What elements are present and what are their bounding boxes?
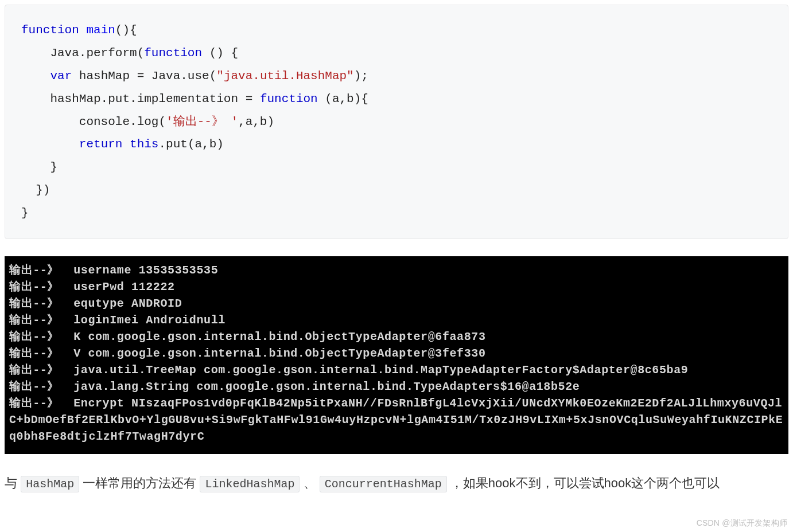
code-text — [122, 138, 130, 151]
inline-code-linkedhashmap: LinkedHashMap — [200, 476, 300, 492]
code-text: hashMap.put.implementation = — [21, 92, 260, 105]
code-text — [21, 138, 79, 151]
keyword-return: return — [79, 138, 123, 151]
prose-text: ，如果hook不到，可以尝试hook这个两个也可以 — [447, 476, 720, 490]
code-text — [21, 69, 50, 83]
keyword-this: this — [130, 138, 158, 151]
code-text — [79, 24, 87, 37]
console-output: 输出--》 username 13535353535 输出--》 userPwd… — [5, 256, 788, 454]
code-text: (){ — [115, 24, 137, 37]
keyword-var: var — [50, 69, 72, 83]
string-literal: '输出--》 ' — [166, 115, 238, 128]
code-text: .put(a,b) — [158, 138, 223, 151]
code-text: console.log( — [21, 115, 166, 128]
keyword-function: function — [260, 92, 318, 105]
function-name: main — [86, 24, 115, 37]
code-text: (a,b){ — [318, 92, 368, 105]
code-text: } — [21, 206, 29, 220]
code-text: ,a,b) — [238, 115, 274, 128]
code-block: function main(){ Java.perform(function (… — [5, 5, 788, 239]
string-literal: "java.util.HashMap" — [216, 69, 353, 83]
code-text: () { — [202, 46, 238, 60]
inline-code-concurrenthashmap: ConcurrentHashMap — [320, 476, 447, 492]
prose-text: 、 — [300, 476, 319, 490]
prose-text: 与 — [5, 476, 21, 490]
code-text: hashMap = Java.use( — [72, 69, 216, 83]
prose-text: 一样常用的方法还有 — [79, 476, 200, 490]
keyword-function: function — [21, 24, 79, 37]
code-text: }) — [21, 183, 50, 197]
inline-code-hashmap: HashMap — [21, 476, 79, 492]
prose-paragraph: 与 HashMap 一样常用的方法还有 LinkedHashMap 、 Conc… — [5, 471, 788, 495]
code-text: Java.perform( — [21, 46, 144, 60]
code-text: } — [21, 161, 57, 174]
keyword-function: function — [144, 46, 202, 60]
code-text: ); — [354, 69, 368, 83]
